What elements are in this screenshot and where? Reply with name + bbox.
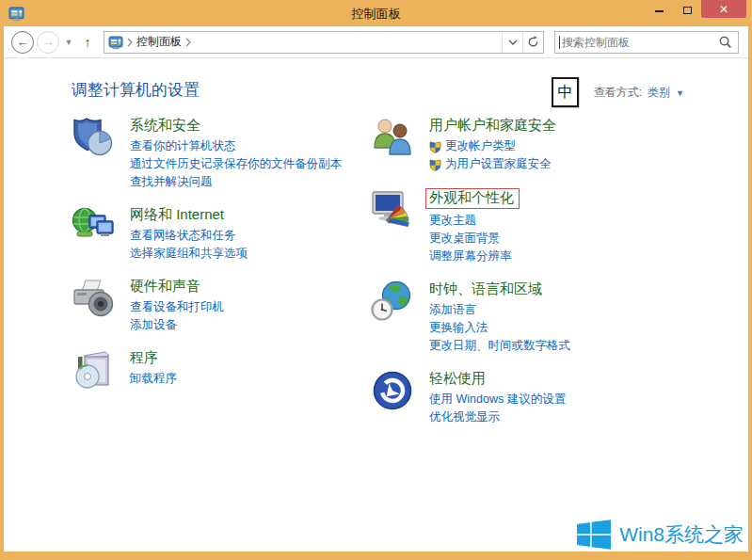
task-link[interactable]: 更改帐户类型	[429, 137, 556, 155]
task-link-label: 更改主题	[429, 212, 476, 230]
category-hardware-sound: 硬件和声音查看设备和打印机添加设备	[72, 277, 371, 334]
category-title-ease-of-access[interactable]: 轻松使用	[429, 370, 486, 388]
category-body: 网络和 Internet查看网络状态和任务选择家庭组和共享选项	[130, 205, 248, 263]
chevron-down-icon	[508, 40, 518, 45]
user-accounts-icon[interactable]	[371, 116, 414, 159]
watermark-text: Win8系统之家	[619, 521, 744, 548]
uac-shield-icon	[429, 140, 441, 153]
category-body: 系统和安全查看你的计算机状态通过文件历史记录保存你的文件备份副本查找并解决问题	[130, 116, 342, 191]
search-icon[interactable]	[718, 35, 732, 49]
task-link[interactable]: 使用 Windows 建议的设置	[429, 391, 566, 408]
hardware-sound-icon[interactable]	[72, 277, 115, 320]
category-title-clock-language-region[interactable]: 时钟、语言和区域	[429, 280, 542, 298]
category-title-network-internet[interactable]: 网络和 Internet	[130, 206, 224, 224]
category-network-internet: 网络和 Internet查看网络状态和任务选择家庭组和共享选项	[72, 205, 371, 263]
chevron-right-icon[interactable]	[184, 38, 192, 47]
network-internet-icon[interactable]	[72, 205, 115, 248]
task-link[interactable]: 更改日期、时间或数字格式	[429, 337, 570, 355]
breadcrumb[interactable]: 控制面板	[104, 32, 502, 53]
category-system-security: 系统和安全查看你的计算机状态通过文件历史记录保存你的文件备份副本查找并解决问题	[72, 116, 371, 191]
minimize-icon	[655, 10, 664, 12]
ease-of-access-icon[interactable]	[371, 369, 414, 412]
task-link[interactable]: 通过文件历史记录保存你的文件备份副本	[130, 155, 342, 173]
task-link-label: 添加语言	[429, 301, 476, 319]
back-button[interactable]: ←	[11, 31, 34, 54]
task-link-label: 调整屏幕分辨率	[429, 248, 512, 265]
search-input[interactable]	[562, 36, 718, 49]
task-link-label: 查找并解决问题	[130, 173, 213, 191]
category-column-right: 用户帐户和家庭安全更改帐户类型为用户设置家庭安全外观和个性化更改主题更改桌面背景…	[371, 116, 681, 440]
refresh-button[interactable]	[522, 32, 543, 53]
control-panel-home: 调整计算机的设置 查看方式: 类别 ▼ 系统和安全查看你的计算机状态通过文件历史…	[4, 58, 748, 552]
clock-language-region-icon[interactable]	[371, 280, 414, 323]
forward-button[interactable]: →	[37, 31, 59, 54]
up-button[interactable]: ↑	[78, 35, 97, 50]
refresh-icon	[527, 36, 539, 48]
window-title: 控制面板	[4, 6, 748, 23]
task-link[interactable]: 更换输入法	[429, 319, 570, 337]
task-link[interactable]: 查找并解决问题	[130, 173, 342, 191]
window-frame: 控制面板 ✕ ← → ▼ ↑ 控制面板	[0, 0, 752, 560]
view-by-dropdown[interactable]: 类别	[648, 85, 670, 101]
address-dropdown-button[interactable]	[502, 32, 522, 53]
category-title-hardware-sound[interactable]: 硬件和声音	[130, 278, 200, 296]
address-bar[interactable]: 控制面板	[104, 31, 544, 54]
breadcrumb-item-control-panel[interactable]: 控制面板	[136, 34, 182, 50]
category-column-left: 系统和安全查看你的计算机状态通过文件历史记录保存你的文件备份副本查找并解决问题网…	[72, 116, 371, 440]
task-link-label: 更换输入法	[429, 319, 488, 337]
uac-shield-icon	[429, 158, 441, 171]
control-panel-icon	[108, 35, 123, 50]
category-columns: 系统和安全查看你的计算机状态通过文件历史记录保存你的文件备份副本查找并解决问题网…	[72, 116, 748, 440]
task-link[interactable]: 更改桌面背景	[429, 230, 520, 248]
category-body: 用户帐户和家庭安全更改帐户类型为用户设置家庭安全	[429, 116, 556, 173]
category-body: 外观和个性化更改主题更改桌面背景调整屏幕分辨率	[429, 187, 520, 265]
maximize-button[interactable]	[673, 0, 701, 18]
task-link[interactable]: 选择家庭组和共享选项	[130, 245, 248, 263]
task-link[interactable]: 卸载程序	[130, 370, 177, 388]
task-link[interactable]: 查看设备和打印机	[130, 298, 224, 316]
view-by-label: 查看方式:	[594, 85, 642, 101]
category-body: 程序卸载程序	[130, 348, 177, 397]
programs-icon[interactable]	[72, 348, 115, 392]
task-link[interactable]: 调整屏幕分辨率	[429, 248, 520, 265]
task-link[interactable]: 更改主题	[429, 212, 520, 230]
windows-logo-icon	[577, 520, 611, 550]
category-programs: 程序卸载程序	[72, 348, 371, 397]
watermark: Win8系统之家	[577, 520, 744, 550]
titlebar: 控制面板 ✕	[4, 0, 748, 26]
close-icon: ✕	[719, 3, 728, 16]
category-body: 时钟、语言和区域添加语言更换输入法更改日期、时间或数字格式	[429, 280, 570, 355]
task-link[interactable]: 查看网络状态和任务	[130, 227, 248, 245]
task-link[interactable]: 优化视觉显示	[429, 408, 566, 426]
task-link[interactable]: 添加设备	[130, 316, 224, 334]
task-link-label: 更改日期、时间或数字格式	[429, 337, 570, 355]
category-title-system-security[interactable]: 系统和安全	[130, 117, 200, 135]
category-title-programs[interactable]: 程序	[130, 349, 158, 367]
task-link[interactable]: 查看你的计算机状态	[130, 137, 342, 155]
task-link-label: 查看网络状态和任务	[130, 227, 236, 245]
category-body: 轻松使用使用 Windows 建议的设置优化视觉显示	[429, 369, 566, 426]
search-box[interactable]	[554, 31, 739, 54]
system-security-icon[interactable]	[72, 116, 115, 159]
task-link[interactable]: 添加语言	[429, 301, 570, 319]
maximize-icon	[683, 7, 692, 14]
client-area: ← → ▼ ↑ 控制面板	[4, 26, 748, 552]
appearance-icon[interactable]	[371, 187, 414, 231]
task-link[interactable]: 为用户设置家庭安全	[429, 155, 556, 173]
task-link-label: 选择家庭组和共享选项	[130, 245, 248, 263]
category-title-user-accounts-family[interactable]: 用户帐户和家庭安全	[429, 117, 556, 135]
category-title-appearance-personalization[interactable]: 外观和个性化	[425, 188, 520, 209]
task-link-label: 添加设备	[130, 316, 177, 334]
category-clock-language-region: 时钟、语言和区域添加语言更换输入法更改日期、时间或数字格式	[371, 280, 681, 355]
category-ease-of-access: 轻松使用使用 Windows 建议的设置优化视觉显示	[371, 369, 681, 426]
page-title: 调整计算机的设置	[72, 79, 200, 101]
task-link-label: 更改帐户类型	[445, 137, 516, 155]
chevron-down-icon[interactable]: ▼	[676, 88, 684, 98]
recent-pages-chevron-icon[interactable]: ▼	[62, 38, 75, 47]
navigation-bar: ← → ▼ ↑ 控制面板	[4, 26, 748, 58]
view-by-control: 查看方式: 类别 ▼	[594, 85, 684, 101]
minimize-button[interactable]	[645, 0, 673, 18]
task-link-label: 优化视觉显示	[429, 408, 500, 426]
text-cursor	[559, 36, 560, 49]
close-button[interactable]: ✕	[701, 0, 746, 18]
